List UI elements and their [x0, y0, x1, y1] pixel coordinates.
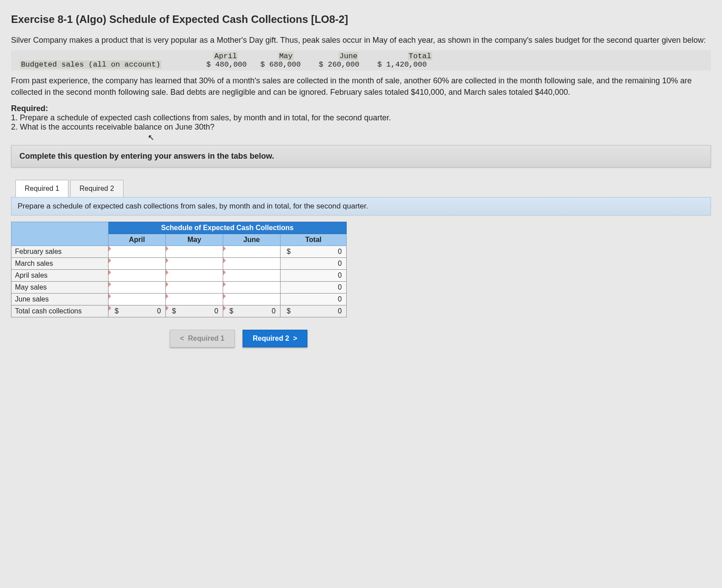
tab-required-1[interactable]: Required 1 — [15, 180, 68, 197]
total-mar: 0 — [281, 258, 347, 270]
total-row: Total cash collections $0 $0 $0 $0 — [11, 305, 347, 317]
coltotal-total: $0 — [281, 305, 347, 317]
exercise-title: Exercise 8-1 (Algo) Schedule of Expected… — [11, 13, 711, 26]
table-row: March sales 0 — [11, 258, 347, 270]
col-june: June — [223, 234, 281, 246]
total-row-label: Total cash collections — [11, 305, 108, 317]
instruction-bar: Complete this question by entering your … — [11, 145, 711, 167]
row-label-mar: March sales — [11, 258, 108, 270]
total-may: 0 — [281, 282, 347, 294]
total-jun: 0 — [281, 294, 347, 305]
input-mar-may[interactable] — [166, 258, 223, 270]
schedule-title: Schedule of Expected Cash Collections — [108, 222, 347, 234]
tabs: Required 1 Required 2 — [15, 180, 711, 197]
col-total: Total — [281, 234, 347, 246]
coltotal-april: $0 — [108, 305, 166, 317]
table-row: February sales $0 — [11, 246, 347, 258]
cursor-icon: ↖ — [148, 133, 154, 142]
prev-required-button[interactable]: < Required 1 — [170, 330, 235, 347]
row-label-may: May sales — [11, 282, 108, 294]
tab-description: Prepare a schedule of expected cash coll… — [11, 197, 711, 216]
input-may-june[interactable] — [223, 282, 281, 294]
row-label-apr: April sales — [11, 270, 108, 282]
input-jun-may[interactable] — [166, 294, 223, 305]
col-may: May — [166, 234, 223, 246]
schedule-table: Schedule of Expected Cash Collections Ap… — [11, 222, 347, 317]
col-april: April — [108, 234, 166, 246]
coltotal-may: $0 — [166, 305, 223, 317]
next-required-button[interactable]: Required 2 > — [243, 330, 307, 347]
input-may-april[interactable] — [108, 282, 166, 294]
input-apr-june[interactable] — [223, 270, 281, 282]
required-item-1: 1. Prepare a schedule of expected cash c… — [11, 113, 711, 123]
input-feb-june[interactable] — [223, 246, 281, 258]
input-mar-april[interactable] — [108, 258, 166, 270]
tab-required-2[interactable]: Required 2 — [70, 180, 123, 197]
budget-table: April May June Total Budgeted sales (all… — [11, 50, 711, 71]
chevron-right-icon: > — [289, 335, 297, 342]
experience-paragraph: From past experience, the company has le… — [11, 75, 711, 98]
input-feb-april[interactable] — [108, 246, 166, 258]
total-apr: 0 — [281, 270, 347, 282]
input-apr-may[interactable] — [166, 270, 223, 282]
required-item-2: 2. What is the accounts receivable balan… — [11, 123, 711, 132]
table-row: May sales 0 — [11, 282, 347, 294]
required-heading: Required: — [11, 104, 711, 113]
input-jun-june[interactable] — [223, 294, 281, 305]
input-apr-april[interactable] — [108, 270, 166, 282]
total-feb: $0 — [281, 246, 347, 258]
row-label-jun: June sales — [11, 294, 108, 305]
row-label-feb: February sales — [11, 246, 108, 258]
input-feb-may[interactable] — [166, 246, 223, 258]
input-may-may[interactable] — [166, 282, 223, 294]
table-row: June sales 0 — [11, 294, 347, 305]
coltotal-june: $0 — [223, 305, 281, 317]
input-jun-april[interactable] — [108, 294, 166, 305]
intro-paragraph: Silver Company makes a product that is v… — [11, 34, 711, 46]
table-row: April sales 0 — [11, 270, 347, 282]
input-mar-june[interactable] — [223, 258, 281, 270]
chevron-left-icon: < — [180, 335, 188, 342]
